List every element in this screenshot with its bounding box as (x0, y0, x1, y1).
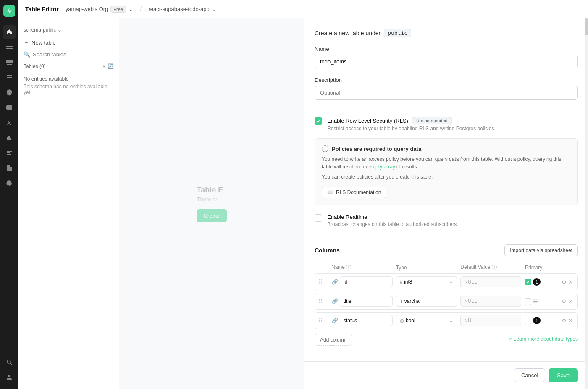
schema-chevron: ⌄ (58, 27, 62, 33)
sidebar-icon-docs[interactable] (3, 161, 16, 175)
col-name-title[interactable] (340, 296, 393, 307)
settings-icon-status[interactable]: ⚙ (562, 318, 567, 324)
primary-badge-id: 1 (533, 278, 541, 286)
sidebar-icon-logs[interactable] (3, 146, 16, 160)
col-type-id[interactable]: # int8 ⌄ (396, 276, 457, 287)
search-tables-input[interactable]: 🔍 Search tables (18, 49, 119, 60)
list-icon-title[interactable]: ☰ (533, 298, 538, 305)
no-entities-message: No entities available This schema has no… (18, 71, 119, 100)
col-name-info[interactable]: ⓘ (346, 264, 351, 270)
sidebar-icon-user[interactable] (3, 371, 16, 384)
app-logo[interactable] (3, 5, 15, 17)
col-header-default: Default Value ⓘ (460, 264, 522, 271)
name-field-group: Name (315, 46, 578, 68)
settings-icon-title[interactable]: ⚙ (562, 298, 567, 305)
cancel-button[interactable]: Cancel (514, 368, 545, 382)
col-name-id[interactable] (340, 276, 393, 287)
drag-handle[interactable]: ⠿ (318, 279, 328, 285)
drag-handle-title[interactable]: ⠿ (318, 298, 328, 305)
drag-handle-status[interactable]: ⠿ (318, 317, 328, 324)
policy-box: i Policies are required to query data Yo… (315, 138, 578, 205)
create-table-button[interactable]: Create (197, 209, 226, 222)
col-default-id: NULL (460, 276, 521, 287)
top-bar: Table Editor yamap-web's Org Free ⌄ / re… (18, 0, 588, 18)
name-input[interactable] (315, 55, 578, 68)
sidebar-icon-search[interactable] (3, 355, 16, 369)
separator: / (140, 5, 142, 13)
delete-icon-id[interactable]: ✕ (568, 279, 573, 285)
delete-icon-status[interactable]: ✕ (568, 318, 573, 324)
type-chevron: ⌄ (449, 279, 453, 285)
policy-box-header: i Policies are required to query data (322, 145, 571, 152)
settings-icon-id[interactable]: ⚙ (562, 279, 567, 285)
external-link-icon: ↗ (508, 336, 512, 342)
import-spreadsheet-button[interactable]: Import data via spreadsheet (504, 244, 578, 256)
save-button[interactable]: Save (549, 368, 578, 382)
primary-badge-status: 1 (533, 317, 541, 324)
col-name-status[interactable] (340, 315, 393, 326)
add-column-button[interactable]: Add column (315, 334, 352, 346)
column-row-title: ⠿ 🔗 T varchar ⌄ NULL ☰ (315, 293, 578, 310)
primary-checkbox-title[interactable] (525, 298, 531, 305)
col-default-info[interactable]: ⓘ (492, 264, 497, 270)
learn-more-link[interactable]: ↗ Learn more about data types (508, 336, 578, 342)
columns-footer: Add column ↗ Learn more about data types (315, 332, 578, 346)
type-value-title: varchar (404, 298, 421, 304)
columns-header: Columns Import data via spreadsheet (315, 244, 578, 256)
delete-icon-title[interactable]: ✕ (568, 298, 573, 305)
realtime-section: Enable Realtime Broadcast changes on thi… (315, 214, 578, 227)
primary-checkbox-status[interactable] (525, 318, 531, 324)
rls-doc-button[interactable]: 📖 RLS Documentation (322, 187, 386, 198)
sidebar-icon-inbox[interactable] (3, 55, 16, 69)
icon-sidebar (0, 0, 18, 389)
table-editor-title: Table E (197, 186, 226, 194)
sidebar-icon-storage[interactable] (3, 101, 16, 114)
sidebar-icon-list[interactable] (3, 71, 16, 84)
rls-checkbox[interactable] (315, 117, 322, 125)
description-input[interactable] (315, 86, 578, 100)
project-chevron[interactable]: ⌄ (212, 6, 217, 12)
link-icon-status[interactable]: 🔗 (332, 318, 338, 323)
description-field-group: Description (315, 77, 578, 100)
empty-array-link[interactable]: empty array (368, 164, 395, 170)
primary-area-status: 1 (525, 317, 558, 324)
link-icon-title[interactable]: 🔗 (332, 298, 338, 304)
tables-add-icon[interactable]: 🔄 (108, 63, 114, 69)
panel-scrollable: Create a new table under public Name Des… (304, 18, 588, 361)
table-editor-desc: There ar (197, 196, 226, 202)
panel-header: Create a new table under public (315, 29, 578, 37)
tables-collapse-icon[interactable]: ∧ (102, 63, 106, 69)
search-icon: 🔍 (24, 51, 30, 58)
col-type-status[interactable]: ◎ bool ⌄ (396, 315, 457, 326)
type-value-id: int8 (404, 279, 412, 285)
realtime-label: Enable Realtime (327, 214, 457, 220)
realtime-checkbox[interactable] (315, 214, 322, 222)
sidebar-icon-chart[interactable] (3, 131, 16, 145)
scroll-thumb[interactable] (585, 18, 588, 35)
link-icon-id[interactable]: 🔗 (332, 279, 338, 285)
new-table-button[interactable]: ＋ New table (18, 36, 119, 49)
org-chevron[interactable]: ⌄ (129, 6, 133, 12)
plan-badge: Free (110, 6, 126, 13)
scroll-bar[interactable] (585, 18, 588, 389)
panel-header-text: Create a new table under (315, 30, 381, 37)
new-table-icon: ＋ (24, 39, 29, 46)
col-default-status: NULL (460, 315, 521, 326)
col-header-primary: Primary (525, 265, 559, 271)
type-value-status: bool (406, 318, 415, 323)
create-table-panel: Create a new table under public Name Des… (304, 18, 588, 389)
primary-checkbox-id[interactable] (525, 279, 531, 285)
sidebar-icon-home[interactable] (3, 25, 16, 39)
sidebar-icon-table[interactable] (3, 40, 16, 54)
book-icon: 📖 (327, 189, 333, 195)
sidebar-icon-functions[interactable] (3, 116, 16, 129)
schema-selector[interactable]: schema public ⌄ (18, 24, 119, 36)
col-type-title[interactable]: T varchar ⌄ (396, 296, 457, 307)
primary-area-id: 1 (525, 278, 558, 286)
no-entities-desc: This schema has no entities available ye… (24, 84, 114, 95)
no-entities-title: No entities available (24, 76, 114, 82)
tables-header: Tables (0) ∧ 🔄 (18, 60, 119, 71)
sidebar-icon-shield[interactable] (3, 86, 16, 99)
sidebar-icon-settings[interactable] (3, 176, 16, 190)
app-title: Table Editor (25, 6, 59, 13)
